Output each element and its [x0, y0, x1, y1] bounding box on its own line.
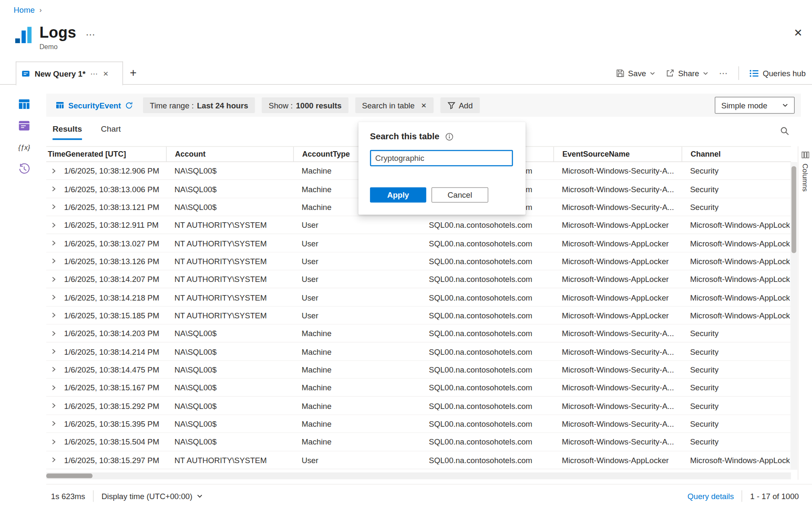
- toolbar-more-icon[interactable]: ⋯: [719, 68, 728, 78]
- cell-channel: Security: [682, 383, 791, 392]
- tab-chart[interactable]: Chart: [101, 124, 121, 140]
- tables-pane-icon[interactable]: [18, 98, 30, 110]
- search-table-dialog: Search this table Apply Cancel: [359, 122, 526, 215]
- cell-computer: SQL00.na.contosohotels.com: [420, 221, 553, 229]
- vertical-scrollbar[interactable]: [790, 162, 797, 470]
- breadcrumb-home-link[interactable]: Home: [14, 5, 35, 14]
- functions-pane-icon[interactable]: {ƒx}: [18, 141, 30, 154]
- cell-time: 1/6/2025, 10:38:15.395 PM: [64, 419, 159, 428]
- cancel-button[interactable]: Cancel: [431, 187, 488, 202]
- search-results-icon[interactable]: [780, 126, 789, 135]
- cell-account: NT AUTHORITY\SYSTEM: [166, 456, 294, 464]
- show-results-chip[interactable]: Show : 1000 results: [262, 97, 348, 113]
- expand-row-chevron-icon[interactable]: [50, 439, 57, 445]
- cell-computer: SQL00.na.contosohotels.com: [420, 365, 553, 374]
- display-time-selector[interactable]: Display time (UTC+00:00): [102, 491, 203, 500]
- expand-row-chevron-icon[interactable]: [50, 186, 57, 192]
- refresh-icon[interactable]: [125, 101, 133, 109]
- table-row[interactable]: 1/6/2025, 10:38:15.185 PM NT AUTHORITY\S…: [46, 306, 791, 325]
- table-row[interactable]: 1/6/2025, 10:38:13.126 PM NT AUTHORITY\S…: [46, 252, 791, 271]
- header-more-menu-icon[interactable]: ⋯: [86, 29, 95, 40]
- remove-search-filter-icon[interactable]: ✕: [421, 101, 427, 109]
- column-header-account[interactable]: Account: [166, 147, 294, 162]
- queries-hub-icon: [749, 69, 759, 77]
- table-row[interactable]: 1/6/2025, 10:38:14.214 PM NA\SQL00$ Mach…: [46, 343, 791, 361]
- column-header-channel[interactable]: Channel: [682, 147, 791, 162]
- expand-row-chevron-icon[interactable]: [50, 204, 57, 210]
- new-tab-button[interactable]: +: [130, 66, 137, 80]
- search-in-table-label: Search in table: [362, 101, 414, 110]
- queries-hub-button[interactable]: Queries hub: [749, 69, 806, 77]
- table-row[interactable]: 1/6/2025, 10:38:15.167 PM NA\SQL00$ Mach…: [46, 379, 791, 397]
- table-row[interactable]: 1/6/2025, 10:38:15.504 PM NA\SQL00$ Mach…: [46, 433, 791, 451]
- cell-accounttype: User: [293, 275, 420, 284]
- search-table-input[interactable]: [370, 150, 513, 166]
- cell-channel: Microsoft-Windows-AppLock: [682, 257, 791, 265]
- cell-channel: Security: [682, 419, 791, 428]
- queries-pane-icon[interactable]: [18, 119, 30, 132]
- expand-row-chevron-icon[interactable]: [50, 348, 57, 355]
- table-row[interactable]: 1/6/2025, 10:38:13.027 PM NT AUTHORITY\S…: [46, 234, 791, 252]
- expand-row-chevron-icon[interactable]: [50, 312, 57, 318]
- query-tab-more-icon[interactable]: ⋯: [90, 69, 98, 78]
- apply-button[interactable]: Apply: [370, 187, 426, 202]
- expand-row-chevron-icon[interactable]: [50, 403, 57, 409]
- status-bar-left: 1s 623ms Display time (UTC+00:00): [51, 490, 203, 502]
- add-filter-button[interactable]: Add: [440, 97, 480, 113]
- expand-row-chevron-icon[interactable]: [50, 168, 57, 174]
- table-row[interactable]: 1/6/2025, 10:38:15.297 PM NT AUTHORITY\S…: [46, 451, 791, 469]
- table-row[interactable]: 1/6/2025, 10:38:14.207 PM NT AUTHORITY\S…: [46, 271, 791, 289]
- cell-computer: SQL00.na.contosohotels.com: [420, 419, 553, 428]
- expand-row-chevron-icon[interactable]: [50, 222, 57, 228]
- info-icon[interactable]: [445, 133, 454, 141]
- expand-row-chevron-icon[interactable]: [50, 457, 57, 463]
- cell-channel: Security: [682, 347, 791, 356]
- query-history-icon[interactable]: [18, 163, 30, 175]
- top-toolbar: Save Share ⋯: [616, 61, 806, 85]
- query-details-link[interactable]: Query details: [688, 491, 734, 500]
- save-button[interactable]: Save: [616, 69, 656, 77]
- search-in-table-chip[interactable]: Search in table ✕: [355, 97, 433, 113]
- expand-row-chevron-icon[interactable]: [50, 240, 57, 246]
- cell-accounttype: Machine: [293, 329, 420, 338]
- horizontal-scrollbar[interactable]: [46, 472, 791, 479]
- mode-selector[interactable]: Simple mode: [715, 97, 795, 114]
- expand-row-chevron-icon[interactable]: [50, 421, 57, 427]
- status-divider: [93, 490, 93, 502]
- cell-account: NA\SQL00$: [166, 329, 294, 338]
- log-analytics-logo-icon: [13, 24, 35, 46]
- column-header-eventsourcename[interactable]: EventSourceName: [554, 147, 682, 162]
- horizontal-scrollbar-thumb[interactable]: [46, 473, 92, 478]
- cell-channel: Security: [682, 166, 791, 175]
- query-tab-close-icon[interactable]: ✕: [103, 70, 109, 78]
- vertical-scrollbar-thumb[interactable]: [792, 166, 796, 253]
- time-range-chip[interactable]: Time range : Last 24 hours: [143, 97, 255, 113]
- share-button[interactable]: Share: [666, 69, 709, 77]
- expand-row-chevron-icon[interactable]: [50, 294, 57, 301]
- expand-row-chevron-icon[interactable]: [50, 366, 57, 373]
- status-divider: [742, 490, 742, 502]
- query-tab[interactable]: New Query 1* ⋯ ✕: [16, 61, 123, 85]
- selected-table[interactable]: SecurityEvent: [52, 101, 136, 110]
- expand-row-chevron-icon[interactable]: [50, 276, 57, 282]
- table-row[interactable]: 1/6/2025, 10:38:14.475 PM NA\SQL00$ Mach…: [46, 361, 791, 379]
- columns-pane-label: Columns: [801, 163, 809, 191]
- columns-pane-toggle[interactable]: Columns: [798, 146, 812, 480]
- cell-account: NA\SQL00$: [166, 365, 294, 374]
- table-row[interactable]: 1/6/2025, 10:38:15.395 PM NA\SQL00$ Mach…: [46, 415, 791, 433]
- blade-close-icon[interactable]: ✕: [794, 26, 803, 39]
- expand-row-chevron-icon[interactable]: [50, 258, 57, 264]
- expand-row-chevron-icon[interactable]: [50, 330, 57, 337]
- column-header-timegenerated[interactable]: TimeGenerated [UTC]: [46, 147, 166, 162]
- table-row[interactable]: 1/6/2025, 10:38:15.292 PM NA\SQL00$ Mach…: [46, 397, 791, 415]
- query-bar: SecurityEvent Time range : Last 24 hours…: [46, 94, 801, 117]
- table-row[interactable]: 1/6/2025, 10:38:14.218 PM NT AUTHORITY\S…: [46, 289, 791, 307]
- cell-time: 1/6/2025, 10:38:14.218 PM: [64, 293, 159, 302]
- table-row[interactable]: 1/6/2025, 10:38:14.203 PM NA\SQL00$ Mach…: [46, 325, 791, 343]
- table-row[interactable]: 1/6/2025, 10:38:12.911 PM NT AUTHORITY\S…: [46, 216, 791, 235]
- tab-results[interactable]: Results: [52, 124, 82, 140]
- cell-account: NA\SQL00$: [166, 347, 294, 356]
- expand-row-chevron-icon[interactable]: [50, 384, 57, 391]
- cell-accounttype: Machine: [293, 437, 420, 446]
- cell-channel: Security: [682, 365, 791, 374]
